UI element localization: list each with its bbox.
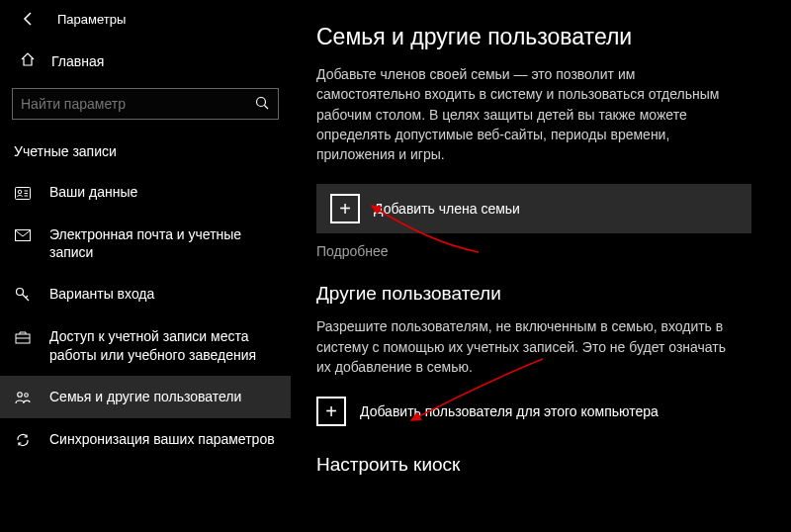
svg-point-0 (257, 97, 266, 106)
nav-label: Синхронизация ваших параметров (49, 430, 277, 448)
search-box[interactable] (12, 88, 279, 120)
nav-label: Ваши данные (49, 183, 277, 201)
nav-work-school[interactable]: Доступ к учетной записи места работы или… (0, 315, 291, 375)
add-family-member-button[interactable]: + Добавить члена семьи (316, 184, 751, 233)
nav-label: Доступ к учетной записи места работы или… (49, 327, 277, 363)
window-title: Параметры (57, 12, 126, 27)
badge-icon (14, 184, 32, 202)
learn-more-link[interactable]: Подробнее (316, 243, 389, 259)
svg-point-2 (18, 190, 22, 194)
kiosk-heading: Настроить киоск (316, 454, 755, 476)
mail-icon (14, 226, 32, 244)
back-button[interactable] (20, 10, 38, 28)
svg-point-4 (17, 289, 24, 296)
search-icon (254, 95, 270, 114)
other-users-description: Разрешите пользователям, не включенным в… (316, 316, 742, 377)
home-icon (20, 51, 36, 70)
page-title: Семья и другие пользователи (316, 24, 755, 50)
window-header: Параметры (0, 0, 291, 42)
people-icon (14, 389, 32, 406)
sync-icon (14, 431, 32, 449)
nav-family-other[interactable]: Семья и другие пользователи (0, 376, 291, 418)
sidebar: Параметры Главная Учетные записи Ваши да… (0, 0, 291, 532)
svg-point-6 (18, 392, 23, 397)
nav-label: Электронная почта и учетные записи (49, 225, 277, 261)
svg-point-7 (25, 393, 29, 397)
nav-label: Семья и другие пользователи (49, 388, 277, 405)
nav-home[interactable]: Главная (0, 42, 291, 80)
content-pane: Семья и другие пользователи Добавьте чле… (291, 0, 791, 532)
nav-home-label: Главная (51, 53, 104, 69)
add-other-label: Добавить пользователя для этого компьюте… (360, 403, 659, 419)
nav-signin-options[interactable]: Варианты входа (0, 273, 291, 315)
arrow-left-icon (21, 11, 37, 27)
plus-icon: + (316, 397, 346, 426)
svg-rect-1 (16, 187, 31, 199)
key-icon (14, 286, 32, 304)
family-description: Добавьте членов своей семьи — это позвол… (316, 64, 742, 164)
add-other-user-button[interactable]: + Добавить пользователя для этого компью… (316, 397, 755, 426)
svg-rect-3 (16, 230, 31, 241)
briefcase-icon (14, 328, 32, 346)
search-input[interactable] (21, 96, 254, 112)
plus-icon: + (330, 194, 360, 223)
nav-label: Варианты входа (49, 285, 277, 303)
add-family-label: Добавить члена семьи (374, 201, 520, 217)
nav-sync[interactable]: Синхронизация ваших параметров (0, 418, 291, 461)
section-title: Учетные записи (0, 130, 291, 171)
nav-your-info[interactable]: Ваши данные (0, 171, 291, 214)
nav-email-accounts[interactable]: Электронная почта и учетные записи (0, 214, 291, 273)
other-users-heading: Другие пользователи (316, 283, 755, 305)
